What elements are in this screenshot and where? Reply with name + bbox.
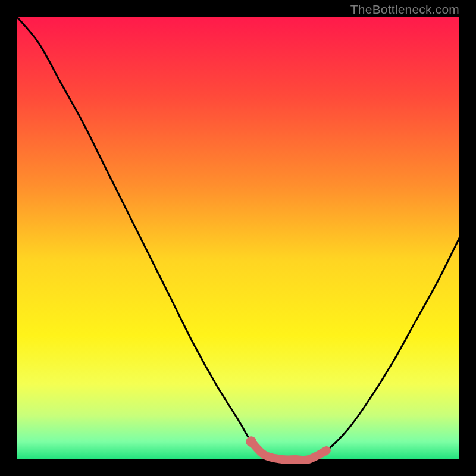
optimal-range-start-dot — [246, 436, 256, 447]
plot-area — [17, 17, 459, 459]
watermark-text: TheBottleneck.com — [350, 2, 459, 17]
bottleneck-curve — [17, 17, 459, 460]
chart-svg — [17, 17, 459, 459]
chart-container: TheBottleneck.com — [0, 0, 476, 476]
optimal-range-highlight — [251, 441, 326, 460]
